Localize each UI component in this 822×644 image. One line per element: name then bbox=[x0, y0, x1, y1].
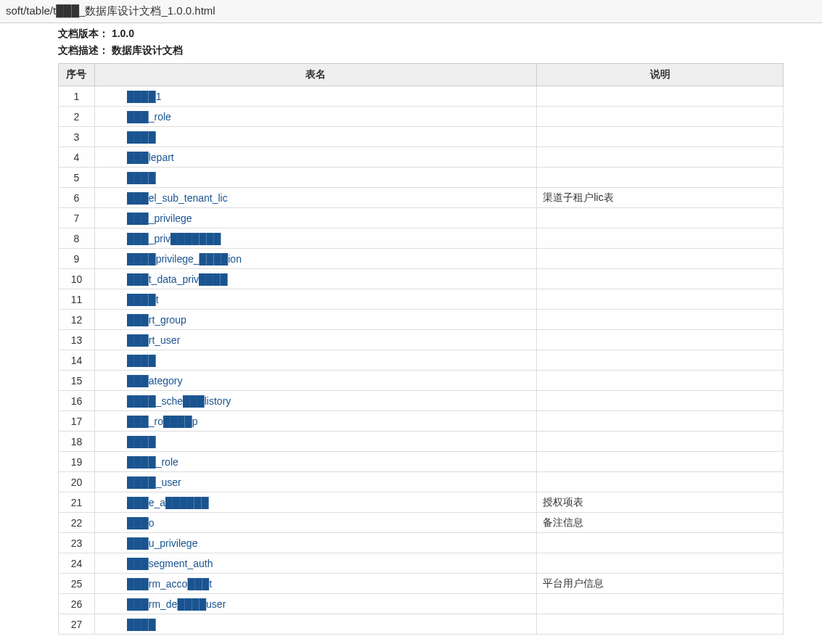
table-name-link[interactable]: ███rt_group bbox=[101, 314, 186, 326]
cell-table-name: ███el_sub_tenant_lic bbox=[94, 188, 536, 208]
table-row: 22███o备注信息 bbox=[59, 513, 784, 533]
table-row: 9████privilege_████ion bbox=[59, 249, 784, 269]
cell-table-name: ███_ro████p bbox=[94, 411, 536, 432]
cell-seq: 10 bbox=[59, 269, 95, 289]
table-row: 5████ bbox=[59, 168, 784, 188]
table-name-link[interactable]: ███u_privilege bbox=[101, 537, 197, 549]
cell-seq: 22 bbox=[59, 513, 95, 533]
table-name-link[interactable]: ███ategory bbox=[101, 375, 182, 387]
table-name-link[interactable]: ███rm_acco███t bbox=[101, 578, 212, 590]
table-name-link[interactable]: ████ bbox=[101, 131, 156, 143]
table-header-row: 序号 表名 说明 bbox=[59, 64, 784, 86]
cell-description bbox=[537, 208, 784, 228]
table-name-link[interactable]: ███el_sub_tenant_lic bbox=[101, 192, 228, 204]
cell-table-name: ███e_a██████ bbox=[94, 492, 536, 513]
table-name-link[interactable]: ████t bbox=[101, 294, 159, 305]
table-name-link[interactable]: ███rt_user bbox=[101, 334, 180, 346]
table-row: 26███rm_de████user bbox=[59, 594, 784, 614]
cell-description: 渠道子租户lic表 bbox=[537, 188, 784, 208]
cell-description bbox=[537, 147, 784, 168]
cell-seq: 6 bbox=[59, 188, 95, 208]
cell-seq: 18 bbox=[59, 432, 95, 452]
cell-seq: 27 bbox=[59, 614, 95, 635]
table-name-link[interactable]: ████_sche███listory bbox=[101, 395, 231, 407]
table-name-link[interactable]: ████ bbox=[101, 619, 156, 630]
doc-version-value: 1.0.0 bbox=[112, 28, 134, 39]
cell-seq: 20 bbox=[59, 472, 95, 492]
table-row: 1████1 bbox=[59, 86, 784, 107]
table-name-link[interactable]: ████1 bbox=[101, 91, 161, 102]
cell-table-name: ████ bbox=[94, 350, 536, 371]
document-content: 文档版本： 1.0.0 文档描述： 数据库设计文档 序号 表名 说明 1████… bbox=[0, 23, 822, 635]
cell-description bbox=[537, 310, 784, 330]
table-name-link[interactable]: ████_role bbox=[101, 456, 178, 468]
table-row: 7███_privilege bbox=[59, 208, 784, 228]
cell-description bbox=[537, 86, 784, 107]
cell-seq: 2 bbox=[59, 107, 95, 127]
cell-description bbox=[537, 371, 784, 391]
table-row: 16████_sche███listory bbox=[59, 391, 784, 411]
table-name-link[interactable]: ███_priv███████ bbox=[101, 233, 221, 244]
doc-desc-value: 数据库设计文档 bbox=[112, 44, 183, 56]
header-seq: 序号 bbox=[59, 64, 95, 86]
cell-seq: 8 bbox=[59, 228, 95, 249]
table-name-link[interactable]: ████privilege_████ion bbox=[101, 253, 242, 265]
table-row: 6███el_sub_tenant_lic渠道子租户lic表 bbox=[59, 188, 784, 208]
cell-seq: 25 bbox=[59, 574, 95, 594]
cell-description bbox=[537, 107, 784, 127]
cell-table-name: ███ategory bbox=[94, 371, 536, 391]
cell-description bbox=[537, 249, 784, 269]
table-name-link[interactable]: ████ bbox=[101, 172, 156, 183]
table-name-link[interactable]: ███segment_auth bbox=[101, 558, 213, 569]
cell-seq: 15 bbox=[59, 371, 95, 391]
table-name-link[interactable]: ███rm_de████user bbox=[101, 598, 226, 610]
cell-table-name: ████privilege_████ion bbox=[94, 249, 536, 269]
cell-seq: 1 bbox=[59, 86, 95, 107]
table-name-link[interactable]: ███e_a██████ bbox=[101, 497, 209, 508]
table-name-link[interactable]: ████ bbox=[101, 436, 156, 447]
cell-table-name: ████ bbox=[94, 168, 536, 188]
table-name-link[interactable]: ███_privilege bbox=[101, 212, 192, 224]
cell-seq: 16 bbox=[59, 391, 95, 411]
cell-description bbox=[537, 350, 784, 371]
table-name-link[interactable]: ███_role bbox=[101, 111, 171, 123]
table-name-link[interactable]: ███o bbox=[101, 517, 155, 529]
table-row: 12███rt_group bbox=[59, 310, 784, 330]
cell-table-name: ████ bbox=[94, 614, 536, 635]
cell-seq: 26 bbox=[59, 594, 95, 614]
table-row: 4███lepart bbox=[59, 147, 784, 168]
table-name-link[interactable]: ████_user bbox=[101, 476, 181, 488]
cell-description bbox=[537, 614, 784, 635]
cell-description: 备注信息 bbox=[537, 513, 784, 533]
cell-seq: 7 bbox=[59, 208, 95, 228]
table-name-link[interactable]: ███_ro████p bbox=[101, 416, 197, 427]
cell-description bbox=[537, 594, 784, 614]
table-row: 2███_role bbox=[59, 107, 784, 127]
cell-seq: 23 bbox=[59, 533, 95, 553]
table-name-link[interactable]: ███lepart bbox=[101, 152, 174, 163]
cell-description bbox=[537, 269, 784, 289]
table-row: 27████ bbox=[59, 614, 784, 635]
cell-table-name: ███u_privilege bbox=[94, 533, 536, 553]
cell-description bbox=[537, 168, 784, 188]
cell-seq: 11 bbox=[59, 289, 95, 310]
cell-table-name: ████_role bbox=[94, 452, 536, 472]
cell-table-name: ███lepart bbox=[94, 147, 536, 168]
table-name-link[interactable]: ███t_data_priv████ bbox=[101, 273, 228, 285]
cell-seq: 4 bbox=[59, 147, 95, 168]
cell-description: 授权项表 bbox=[537, 492, 784, 513]
address-bar: soft/table/t███_数据库设计文档_1.0.0.html bbox=[0, 0, 822, 23]
cell-table-name: ███rm_acco███t bbox=[94, 574, 536, 594]
table-row: 20████_user bbox=[59, 472, 784, 492]
cell-table-name: ███_priv███████ bbox=[94, 228, 536, 249]
cell-description bbox=[537, 289, 784, 310]
table-row: 23███u_privilege bbox=[59, 533, 784, 553]
cell-table-name: ████t bbox=[94, 289, 536, 310]
cell-description bbox=[537, 533, 784, 553]
table-row: 11████t bbox=[59, 289, 784, 310]
cell-table-name: ███rt_group bbox=[94, 310, 536, 330]
cell-description bbox=[537, 472, 784, 492]
table-name-link[interactable]: ████ bbox=[101, 355, 156, 366]
doc-version-label: 文档版本： bbox=[58, 28, 109, 39]
cell-seq: 21 bbox=[59, 492, 95, 513]
